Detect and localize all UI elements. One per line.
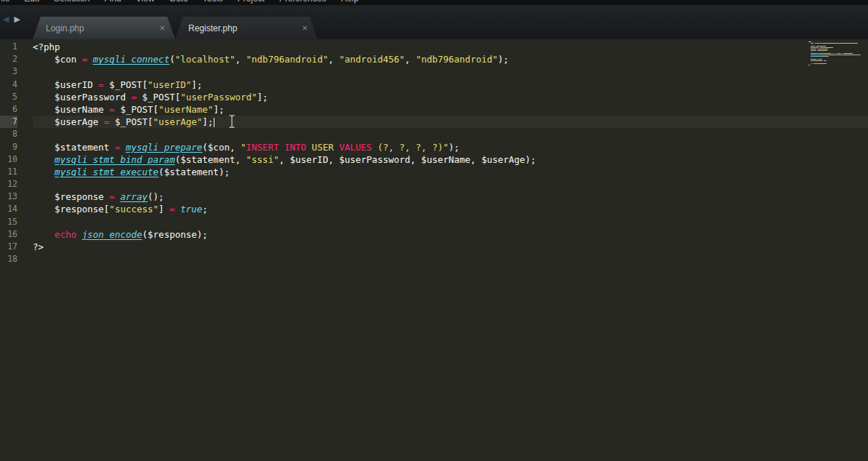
menu-item-selection[interactable]: Selection <box>54 0 89 4</box>
code-line[interactable] <box>33 178 868 191</box>
menu-item-help[interactable]: Help <box>341 0 359 4</box>
line-number[interactable]: 12 <box>0 178 17 191</box>
minimap-line <box>808 47 862 48</box>
line-number[interactable]: 1 <box>0 41 17 53</box>
code-line[interactable]: mysqli_stmt_execute($statement); <box>33 166 868 178</box>
code-token-str: "userAge" <box>153 116 203 127</box>
close-icon[interactable]: × <box>302 23 308 33</box>
menu-item-edit[interactable]: Edit <box>24 0 39 4</box>
code-line[interactable]: <?php <box>33 41 868 53</box>
code-token-str: "sssi" <box>246 154 279 165</box>
line-number[interactable]: 17 <box>0 241 17 253</box>
line-number[interactable]: 6 <box>0 103 17 116</box>
menu-item-view[interactable]: View <box>136 0 155 4</box>
line-number[interactable]: 11 <box>0 166 17 178</box>
code-line[interactable]: $userAge = $_POST["userAge"]; <box>33 116 868 128</box>
line-number[interactable]: 13 <box>0 191 17 203</box>
line-number[interactable]: 5 <box>0 91 17 103</box>
line-number[interactable]: 14 <box>0 203 17 215</box>
minimap-line <box>808 62 862 63</box>
minimap-line <box>808 46 862 47</box>
code-line[interactable]: $response["success"] = true; <box>33 203 868 215</box>
code-token-plain: $userID <box>33 79 98 90</box>
code-token-plain: $statement <box>33 142 115 153</box>
code-token-const: true <box>180 204 202 215</box>
code-token-plain <box>33 154 55 165</box>
code-line[interactable]: echo json_encode($response); <box>33 228 868 241</box>
menu-item-goto[interactable]: Goto <box>169 0 188 4</box>
code-token-plain: ?> <box>33 241 44 252</box>
tab-register-php[interactable]: Register.php× <box>175 17 318 39</box>
minimap-line <box>808 65 862 65</box>
navigation-arrows: ◀ ▶ <box>3 15 20 24</box>
code-line[interactable]: $userID = $_POST["userID"]; <box>33 79 868 91</box>
code-editor-window: FileEditSelectionFindViewGotoToolsProjec… <box>0 0 868 461</box>
code-line[interactable]: $response = array(); <box>33 191 868 203</box>
code-token-str: "localhost" <box>175 54 236 65</box>
code-token-sql: INSERT INTO <box>246 142 307 153</box>
code-token-sql: VALUES <box>339 142 371 153</box>
tab-login-php[interactable]: Login.php× <box>33 17 175 39</box>
minimap[interactable] <box>808 41 862 68</box>
code-line[interactable]: ?> <box>33 241 868 253</box>
code-token-fn: mysqli_connect <box>93 54 169 65</box>
editor-pane: 123456789101112131415161718 <?php $con =… <box>0 39 868 461</box>
code-token-fn: mysqli_prepare <box>126 142 202 153</box>
back-arrow-icon[interactable]: ◀ <box>3 15 9 24</box>
code-token-str: "userName" <box>158 104 213 115</box>
code-token-str: USER <box>306 142 339 153</box>
code-token-fn: mysqli_stmt_bind_param <box>55 154 175 165</box>
code-line[interactable]: $userName = $_POST["userName"]; <box>33 103 868 116</box>
line-number[interactable]: 3 <box>0 65 17 78</box>
line-number[interactable]: 9 <box>0 141 17 153</box>
line-number[interactable]: 7 <box>0 116 17 128</box>
text-cursor-icon <box>228 114 236 129</box>
minimap-line <box>808 52 862 52</box>
code-token-plain: , <box>405 54 416 65</box>
line-number[interactable]: 18 <box>0 253 17 265</box>
code-token-plain: $_POST[ <box>137 92 180 103</box>
minimap-line <box>808 66 862 67</box>
code-token-str: "success" <box>109 204 158 215</box>
code-token-plain: ]; <box>202 116 213 127</box>
line-number[interactable]: 8 <box>0 128 17 140</box>
line-number[interactable]: 2 <box>0 53 17 65</box>
menu-item-file[interactable]: File <box>0 0 9 4</box>
minimap-line <box>808 44 862 45</box>
minimap-line <box>808 50 862 51</box>
minimap-line <box>808 41 862 42</box>
menu-item-tools[interactable]: Tools <box>203 0 223 4</box>
line-number[interactable]: 15 <box>0 216 17 228</box>
code-token-fn: array <box>120 191 148 202</box>
code-line[interactable]: $con = mysqli_connect("localhost", "ndb7… <box>33 53 868 65</box>
code-line[interactable] <box>33 253 868 265</box>
code-token-plain: $userName <box>33 104 109 115</box>
code-token-plain: , <box>235 54 246 65</box>
code-line[interactable] <box>33 128 868 140</box>
close-icon[interactable]: × <box>159 23 165 33</box>
forward-arrow-icon[interactable]: ▶ <box>14 15 20 24</box>
line-number[interactable]: 16 <box>0 228 17 241</box>
code-lines[interactable]: <?php $con = mysqli_connect("localhost",… <box>33 41 868 461</box>
code-line[interactable] <box>33 216 868 228</box>
code-token-plain: ]; <box>213 104 224 115</box>
code-token-plain: ($statement, <box>175 154 246 165</box>
code-token-plain: $_POST[ <box>109 116 153 127</box>
code-line[interactable]: $statement = mysqli_prepare($con, "INSER… <box>33 141 868 153</box>
code-token-plain: $response <box>33 191 109 202</box>
code-line[interactable]: $userPassword = $_POST["userPassword"]; <box>33 91 868 103</box>
code-line[interactable] <box>33 65 868 78</box>
minimap-line <box>808 43 862 44</box>
minimap-line <box>808 63 862 64</box>
code-token-plain <box>87 54 93 65</box>
tab-label: Register.php <box>188 23 237 33</box>
line-number[interactable]: 10 <box>0 153 17 166</box>
menu-item-project[interactable]: Project <box>238 0 265 4</box>
menu-item-preferences[interactable]: Preferences <box>279 0 326 4</box>
menu-item-find[interactable]: Find <box>104 0 121 4</box>
code-token-plain: ); <box>498 54 509 65</box>
line-number[interactable]: 4 <box>0 79 17 91</box>
code-token-plain: <?php <box>33 41 60 52</box>
code-line[interactable]: mysqli_stmt_bind_param($statement, "sssi… <box>33 153 868 166</box>
code-token-op: = <box>169 204 175 215</box>
